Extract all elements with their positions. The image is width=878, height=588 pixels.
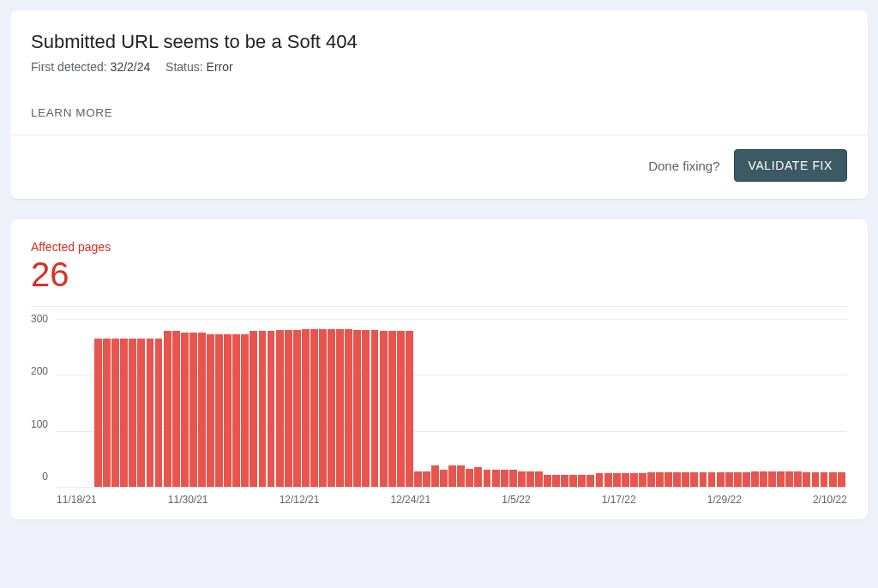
chart-bar (336, 329, 344, 487)
chart-bar (561, 475, 568, 487)
chart-bar (380, 331, 388, 487)
issue-header: Submitted URL seems to be a Soft 404 Fir… (10, 10, 868, 135)
chart-bar (586, 475, 594, 487)
chart-bar (700, 472, 707, 487)
chart-bar (276, 330, 284, 487)
chart-plot-wrap: 11/18/2111/30/2112/12/2112/24/211/5/221/… (57, 319, 847, 506)
chart-bar (137, 339, 145, 487)
chart-bar (371, 330, 379, 487)
chart-bar (768, 471, 776, 487)
chart-bar (690, 472, 698, 487)
chart-bar (207, 334, 214, 487)
affected-pages-label: Affected pages (31, 240, 847, 254)
chart-bar (457, 465, 465, 487)
chart-bar (147, 339, 154, 487)
chart-bar (198, 333, 206, 487)
chart-bar (725, 472, 733, 487)
chart-bar (821, 472, 828, 487)
chart-bar (250, 331, 257, 487)
chart-zone: 3002001000 11/18/2111/30/2112/12/2112/24… (31, 306, 847, 506)
chart-bar (103, 339, 111, 487)
chart-bar (578, 475, 586, 487)
chart-bar (708, 472, 716, 487)
chart-bar (474, 467, 482, 487)
chart-bar (535, 471, 543, 487)
chart-bar (604, 473, 612, 487)
chart-bar (569, 475, 577, 487)
chart-bar (613, 473, 621, 487)
chart-bar (622, 473, 629, 487)
chart-bar (353, 330, 361, 487)
chart-x-tick: 1/5/22 (502, 494, 530, 506)
learn-more-link[interactable]: LEARN MORE (31, 106, 112, 135)
chart-bar (181, 333, 189, 487)
status-value: Error (207, 60, 233, 74)
status-label: Status: (165, 60, 203, 74)
chart-gridline (57, 487, 847, 488)
chart-bar (362, 330, 370, 487)
chart-bar (760, 471, 767, 487)
chart-bar (259, 331, 267, 487)
chart-x-tick: 1/29/22 (707, 494, 742, 506)
chart-bar (630, 473, 638, 487)
chart-bar (812, 472, 820, 487)
chart-bar (302, 329, 310, 487)
action-row: Done fixing? VALIDATE FIX (10, 135, 868, 199)
chart-bar (111, 339, 119, 487)
first-detected-value: 32/2/24 (111, 60, 151, 74)
validate-fix-button[interactable]: VALIDATE FIX (734, 149, 847, 182)
affected-pages-card: Affected pages 26 3002001000 11/18/2111/… (10, 219, 868, 519)
chart-bar (794, 471, 802, 487)
chart-x-tick: 12/24/21 (390, 494, 430, 506)
chart-bar (189, 333, 197, 487)
chart-bar (829, 472, 837, 487)
chart-bar (673, 472, 681, 487)
first-detected-label: First detected: (31, 60, 107, 74)
chart-bar (838, 472, 845, 487)
issue-card: Submitted URL seems to be a Soft 404 Fir… (10, 10, 868, 199)
affected-pages-value: 26 (31, 255, 847, 294)
chart-bar (345, 329, 352, 487)
chart-bar (803, 472, 810, 487)
issue-title: Submitted URL seems to be a Soft 404 (31, 31, 847, 53)
done-fixing-label: Done fixing? (648, 159, 719, 173)
chart-bar (526, 471, 534, 487)
chart-bar (164, 331, 171, 487)
chart-bar (172, 331, 180, 487)
chart-y-tick: 200 (31, 366, 48, 376)
chart-x-tick: 1/17/22 (602, 494, 636, 506)
chart-bar (656, 472, 664, 487)
chart-bar (734, 472, 742, 487)
chart-y-axis: 3002001000 (31, 319, 57, 487)
chart-bar (155, 339, 163, 487)
chart-bar (785, 471, 793, 487)
chart-bar (751, 471, 759, 487)
chart-bar (743, 472, 750, 487)
chart-bar (328, 329, 335, 487)
chart-bar (665, 472, 672, 487)
chart-y-tick: 300 (31, 314, 48, 324)
chart-bar (431, 465, 439, 487)
chart-bar (448, 465, 456, 487)
chart-plot (57, 319, 847, 487)
chart-bar (397, 331, 405, 487)
chart-bar (492, 470, 500, 487)
chart-bar (293, 330, 301, 487)
chart-bar (440, 470, 448, 487)
chart-bar (544, 475, 551, 487)
chart-bar (310, 329, 318, 487)
chart-bar (423, 471, 430, 487)
chart-bar (319, 329, 327, 487)
chart-y-tick: 100 (31, 419, 48, 429)
chart-x-tick: 12/12/21 (280, 494, 320, 506)
chart-bar (224, 334, 232, 487)
chart-bar (717, 472, 725, 487)
chart-bar (466, 469, 473, 487)
chart-bar (268, 331, 275, 487)
chart-bar (509, 470, 517, 487)
chart-y-tick: 0 (42, 471, 48, 482)
chart-bar (94, 339, 102, 487)
chart-bar (484, 470, 491, 487)
chart-bar (518, 471, 526, 487)
chart-bar (501, 470, 508, 487)
